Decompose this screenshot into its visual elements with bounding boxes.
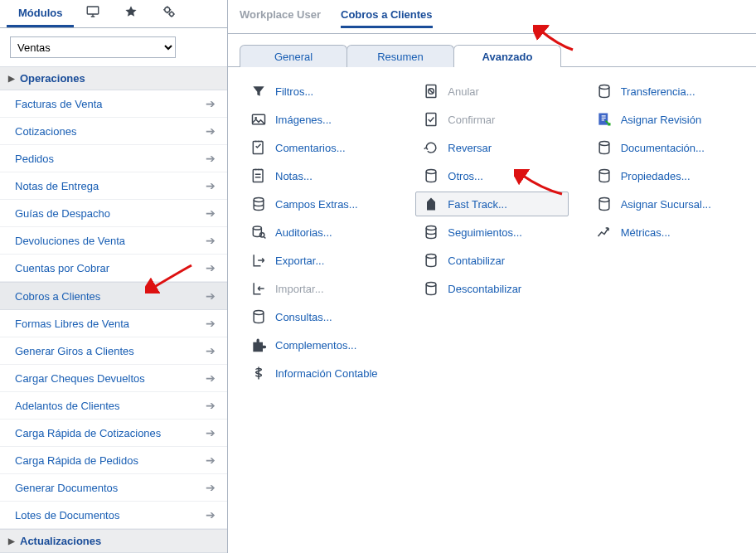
action-label: Notas... bbox=[275, 170, 388, 182]
sidebar-item[interactable]: Generar Giros a Clientes➔ bbox=[0, 337, 227, 365]
action-item[interactable]: Complementos... bbox=[243, 332, 395, 357]
sidebar-item[interactable]: Pedidos➔ bbox=[0, 145, 227, 172]
sidebar-item[interactable]: Facturas de Venta➔ bbox=[0, 90, 227, 118]
sidebar-item[interactable]: Carga Rápida de Pedidos➔ bbox=[0, 447, 227, 474]
void-icon bbox=[423, 83, 439, 99]
action-item[interactable]: Filtros... bbox=[243, 79, 395, 104]
sidebar-tab-addons[interactable] bbox=[150, 0, 188, 27]
subtab-bar: General Resumen Avanzado bbox=[228, 34, 756, 67]
extra-fields-icon bbox=[250, 196, 267, 212]
svg-point-9 bbox=[260, 233, 264, 237]
section-actualizaciones[interactable]: ▶ Actualizaciones bbox=[0, 529, 227, 553]
sidebar-item-label: Carga Rápida de Cotizaciones bbox=[15, 427, 161, 439]
filter-icon bbox=[250, 83, 267, 99]
svg-point-10 bbox=[254, 311, 264, 315]
action-label: Descontabilizar bbox=[448, 283, 560, 295]
action-label: Transferencia... bbox=[621, 85, 734, 98]
gears-icon bbox=[162, 4, 177, 19]
section-operaciones[interactable]: ▶ Operaciones bbox=[0, 66, 227, 90]
action-item[interactable]: Comentarios... bbox=[243, 135, 395, 160]
action-label: Contabilizar bbox=[448, 255, 560, 267]
complements-icon bbox=[250, 337, 267, 353]
action-item[interactable]: Campos Extras... bbox=[243, 192, 395, 216]
svg-point-18 bbox=[599, 85, 609, 90]
action-label: Seguimientos... bbox=[448, 226, 560, 239]
subtab-general[interactable]: General bbox=[240, 45, 347, 67]
sidebar-menu: Facturas de Venta➔Cotizaciones➔Pedidos➔N… bbox=[0, 90, 227, 529]
sidebar-tab-modules[interactable]: Módulos bbox=[7, 2, 74, 27]
reverse-icon bbox=[423, 139, 439, 156]
assign-branch-icon bbox=[596, 196, 613, 212]
action-item[interactable]: Contabilizar bbox=[415, 248, 568, 273]
action-item[interactable]: Reversar bbox=[415, 135, 568, 160]
action-item[interactable]: Fast Track... bbox=[415, 192, 568, 216]
action-label: Filtros... bbox=[275, 85, 388, 98]
subtab-label: General bbox=[274, 51, 313, 63]
sidebar-item[interactable]: Devoluciones de Venta➔ bbox=[0, 227, 227, 255]
sidebar-item[interactable]: Cuentas por Cobrar➔ bbox=[0, 255, 227, 282]
sidebar-tab-favorites[interactable] bbox=[112, 0, 150, 27]
sidebar-item[interactable]: Generar Documentos➔ bbox=[0, 474, 227, 502]
action-item[interactable]: Asignar Sucursal... bbox=[589, 192, 741, 216]
action-label: Importar... bbox=[275, 283, 388, 295]
sidebar-item[interactable]: Lotes de Documentos➔ bbox=[0, 502, 227, 529]
chevron-right-icon: ▶ bbox=[8, 74, 15, 83]
sidebar-item[interactable]: Cobros a Clientes➔ bbox=[0, 282, 227, 310]
share-arrow-icon: ➔ bbox=[206, 152, 216, 165]
sidebar-item[interactable]: Cotizaciones➔ bbox=[0, 118, 227, 145]
sidebar-item[interactable]: Formas Libres de Venta➔ bbox=[0, 310, 227, 337]
action-item[interactable]: Propiedades... bbox=[589, 163, 741, 188]
comments-icon bbox=[250, 139, 267, 156]
action-item[interactable]: Información Contable bbox=[243, 361, 395, 386]
sidebar-tab-label: Módulos bbox=[18, 7, 62, 19]
action-item[interactable]: Auditorias... bbox=[243, 220, 395, 245]
action-item[interactable]: Imágenes... bbox=[243, 107, 395, 132]
star-icon bbox=[124, 4, 138, 19]
sidebar-item-label: Generar Documentos bbox=[15, 482, 118, 494]
module-select[interactable]: Ventas bbox=[10, 36, 176, 58]
action-label: Información Contable bbox=[275, 367, 388, 380]
action-item[interactable]: Otros... bbox=[415, 163, 568, 188]
action-label: Anular bbox=[448, 85, 560, 98]
share-arrow-icon: ➔ bbox=[206, 317, 216, 330]
action-item: Anular bbox=[415, 79, 568, 104]
action-item[interactable]: Transferencia... bbox=[589, 79, 741, 104]
monitor-icon bbox=[85, 4, 100, 19]
action-item[interactable]: Exportar... bbox=[243, 248, 395, 273]
share-arrow-icon: ➔ bbox=[206, 179, 216, 192]
action-item[interactable]: Descontabilizar bbox=[415, 276, 568, 301]
svg-point-1 bbox=[165, 7, 170, 12]
action-item[interactable]: Seguimientos... bbox=[415, 220, 568, 245]
sidebar-item[interactable]: Cargar Cheques Devueltos➔ bbox=[0, 365, 227, 392]
sidebar-item-label: Cotizaciones bbox=[15, 125, 76, 138]
breadcrumb-current[interactable]: Cobros a Clientes bbox=[341, 8, 433, 28]
followups-icon bbox=[423, 224, 439, 240]
others-icon bbox=[423, 167, 439, 184]
section-label: Operaciones bbox=[20, 72, 85, 85]
action-item[interactable]: Notas... bbox=[243, 163, 395, 188]
action-item[interactable]: Documentación... bbox=[589, 135, 741, 160]
subtab-resumen[interactable]: Resumen bbox=[346, 45, 454, 67]
sidebar-item-label: Devoluciones de Venta bbox=[15, 235, 125, 247]
sidebar-item-label: Adelantos de Clientes bbox=[15, 400, 119, 412]
action-item[interactable]: Asignar Revisión bbox=[589, 107, 741, 132]
action-item[interactable]: Consultas... bbox=[243, 304, 395, 329]
sidebar-item[interactable]: Guías de Despacho➔ bbox=[0, 200, 227, 227]
action-item[interactable]: Métricas... bbox=[589, 220, 741, 245]
sidebar-item[interactable]: Notas de Entrega➔ bbox=[0, 172, 227, 200]
export-icon bbox=[250, 252, 267, 269]
breadcrumb-workplace[interactable]: Workplace User bbox=[240, 8, 321, 28]
share-arrow-icon: ➔ bbox=[206, 124, 216, 138]
action-label: Imágenes... bbox=[275, 114, 388, 126]
action-label: Otros... bbox=[448, 170, 560, 182]
share-arrow-icon: ➔ bbox=[206, 426, 216, 439]
confirm-icon bbox=[423, 111, 439, 128]
svg-point-20 bbox=[599, 142, 609, 146]
import-icon bbox=[250, 280, 267, 297]
sidebar-tab-monitor[interactable] bbox=[74, 0, 112, 27]
share-arrow-icon: ➔ bbox=[206, 289, 216, 303]
module-select-row: Ventas bbox=[0, 28, 227, 66]
sidebar-item[interactable]: Carga Rápida de Cotizaciones➔ bbox=[0, 420, 227, 447]
sidebar-item[interactable]: Adelantos de Clientes➔ bbox=[0, 392, 227, 420]
subtab-avanzado[interactable]: Avanzado bbox=[453, 45, 561, 67]
